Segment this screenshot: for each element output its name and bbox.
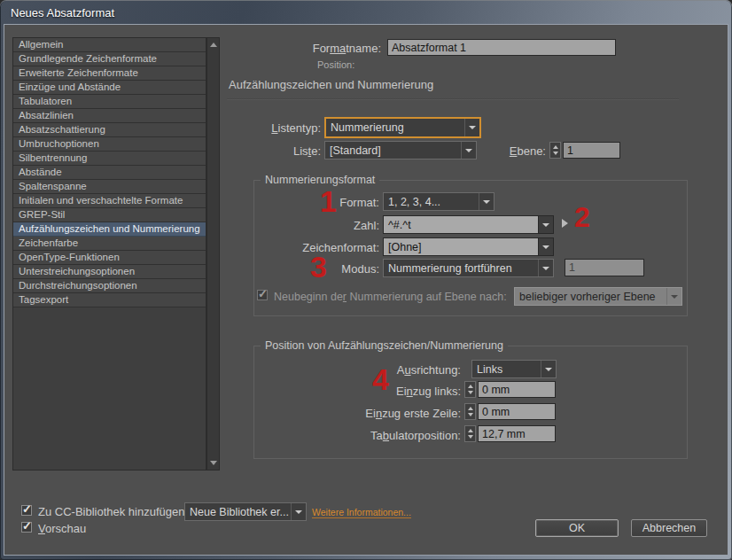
tabulatorposition-input[interactable]: [478, 425, 556, 442]
zahl-flyout-icon[interactable]: [562, 219, 568, 228]
einzug-links-stepper[interactable]: [464, 381, 476, 398]
spin-down-icon: [468, 391, 473, 394]
chevron-down-icon: [538, 238, 553, 255]
chevron-down-icon: [541, 361, 556, 377]
einzug-links-label: Einzug links:: [328, 385, 461, 398]
ebene-label: Ebene:: [493, 144, 546, 158]
chevron-down-icon: [291, 503, 306, 520]
heading-separator: [227, 98, 679, 100]
chevron-down-icon: [538, 216, 553, 233]
spin-up-icon: [468, 407, 473, 410]
spin-down-icon: [468, 435, 473, 439]
listentyp-dropdown[interactable]: Nummerierung: [324, 117, 481, 138]
spin-down-icon: [553, 152, 558, 155]
sidebar-item[interactable]: Tagsexport: [13, 293, 206, 307]
ausrichtung-dropdown[interactable]: Links: [471, 360, 557, 378]
modus-number-input[interactable]: [565, 259, 644, 276]
vorschau-label: Vorschau: [38, 522, 86, 535]
dialog-window: Neues Absatzformat AllgemeinGrundlegende…: [0, 0, 732, 560]
spin-up-icon: [553, 145, 558, 149]
sidebar-item[interactable]: Aufzählungszeichen und Nummerierung: [13, 222, 206, 237]
listentyp-label: Listentyp:: [232, 121, 321, 135]
tabulatorposition-label: Tabulatorposition:: [328, 429, 461, 442]
sidebar-item[interactable]: Einzüge und Abstände: [13, 81, 206, 95]
chevron-down-icon: [479, 193, 494, 210]
page-title: Aufzählungszeichen und Nummerierung: [229, 78, 433, 91]
sidebar-item[interactable]: OpenType-Funktionen: [13, 251, 206, 265]
scroll-up-icon[interactable]: [210, 43, 217, 47]
sidebar-item[interactable]: Absatzschattierung: [13, 123, 206, 137]
sidebar-item[interactable]: Initialen und verschachtelte Formate: [13, 194, 206, 208]
spin-up-icon: [468, 385, 473, 388]
sidebar-item[interactable]: Umbruchoptionen: [13, 137, 206, 152]
formatname-input[interactable]: [387, 39, 616, 56]
sidebar-item[interactable]: Silbentrennung: [13, 152, 206, 166]
sidebar-item[interactable]: Erweiterte Zeichenformate: [13, 66, 206, 81]
spin-up-icon: [468, 429, 473, 432]
restart-checkbox[interactable]: [257, 290, 268, 300]
einzug-links-input[interactable]: [478, 381, 556, 398]
formatname-label: Formatname:: [248, 42, 381, 55]
sidebar-item[interactable]: Allgemein: [13, 38, 206, 52]
sidebar-item[interactable]: Absatzlinien: [13, 109, 206, 123]
sidebar-scrollbar[interactable]: [206, 37, 220, 471]
ebene-input[interactable]: [563, 142, 620, 159]
format-dropdown[interactable]: 1, 2, 3, 4...: [383, 192, 494, 211]
zahl-label: Zahl:: [273, 219, 379, 232]
restart-dropdown: beliebiger vorheriger Ebene: [514, 287, 682, 306]
cc-library-label: Zu CC-Bibliothek hinzufügen:: [38, 505, 188, 518]
dialog-title: Neues Absatzformat: [11, 6, 114, 19]
ausrichtung-label: Ausrichtung:: [328, 363, 461, 377]
position-label: Position:: [317, 59, 354, 70]
sidebar-item[interactable]: Durchstreichungsoptionen: [13, 279, 206, 293]
sidebar-list: AllgemeinGrundlegende ZeichenformateErwe…: [12, 37, 206, 471]
einzug-erste-zeile-label: Einzug erste Zeile:: [328, 407, 461, 420]
liste-label: Liste:: [232, 144, 321, 158]
sidebar-item[interactable]: GREP-Stil: [13, 208, 206, 222]
ebene-stepper[interactable]: [549, 142, 561, 159]
chevron-down-icon: [464, 119, 479, 136]
restart-label: Neubeginn der Nummerierung auf Ebene nac…: [274, 291, 507, 303]
chevron-down-icon: [538, 260, 553, 276]
cc-library-dropdown[interactable]: Neue Bibliothek er...: [184, 502, 307, 521]
tabulatorposition-stepper[interactable]: [464, 425, 476, 442]
zahl-combo[interactable]: ^#.^t: [383, 215, 554, 234]
einzug-erste-zeile-stepper[interactable]: [464, 403, 476, 420]
annotation-2: 2: [574, 203, 590, 231]
scroll-down-icon[interactable]: [210, 461, 217, 465]
format-label: Format:: [273, 196, 379, 209]
cancel-button[interactable]: Abbrechen: [631, 519, 707, 537]
chevron-down-icon: [666, 288, 681, 305]
sidebar-item[interactable]: Unterstreichungsoptionen: [13, 265, 206, 279]
spin-down-icon: [468, 413, 473, 416]
liste-dropdown[interactable]: [Standard]: [324, 141, 477, 159]
sidebar-item[interactable]: Grundlegende Zeichenformate: [13, 52, 206, 66]
position-group-title: Position von Aufzählungszeichen/Nummerie…: [261, 339, 508, 352]
cc-library-checkbox[interactable]: [21, 505, 32, 516]
modus-dropdown[interactable]: Nummerierung fortführen: [383, 259, 554, 277]
more-info-link[interactable]: Weitere Informationen...: [312, 507, 411, 518]
sidebar-item[interactable]: Tabulatoren: [13, 95, 206, 109]
vorschau-checkbox[interactable]: [21, 522, 32, 533]
sidebar-item[interactable]: Spaltenspanne: [13, 180, 206, 194]
zeichenformat-dropdown[interactable]: [Ohne]: [383, 237, 554, 256]
sidebar-item[interactable]: Abstände: [13, 166, 206, 180]
chevron-down-icon: [461, 142, 476, 159]
sidebar-item[interactable]: Zeichenfarbe: [13, 237, 206, 251]
einzug-erste-zeile-input[interactable]: [478, 403, 556, 420]
modus-label: Modus:: [273, 262, 379, 276]
ok-button[interactable]: OK: [535, 519, 619, 537]
